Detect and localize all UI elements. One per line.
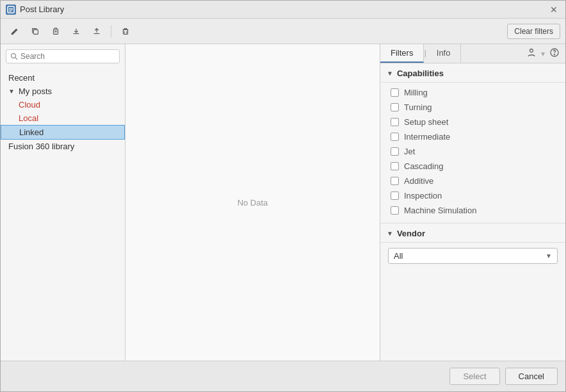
recent-label: Recent [8,73,35,83]
my-posts-label: My posts [19,86,52,96]
cascading-label: Cascading [404,161,443,171]
capability-setup-sheet[interactable]: Setup sheet [380,115,565,129]
capability-additive[interactable]: Additive [380,174,565,188]
local-label: Local [19,113,38,123]
title-bar-left: Post Library [6,4,64,15]
capabilities-label: Capabilities [397,69,444,78]
toolbar: Clear filters [1,19,565,44]
toolbar-separator [111,25,111,38]
cancel-button[interactable]: Cancel [505,368,558,385]
checkbox-additive[interactable] [391,177,399,185]
svg-rect-4 [33,29,38,34]
main-content: Recent ▼ My posts Cloud Local Linked [1,44,565,361]
capability-inspection[interactable]: Inspection [380,188,565,203]
checkbox-setup-sheet[interactable] [391,118,399,126]
search-input[interactable] [20,52,115,61]
right-panel: Filters | Info ▾ [380,44,565,361]
vendor-section-header: ▼ Vendor [380,224,565,243]
jet-label: Jet [404,147,415,156]
checkbox-machine-simulation[interactable] [391,206,399,215]
no-data-label: No Data [238,198,268,208]
expand-arrow: ▼ [8,88,16,95]
copy-button[interactable] [26,22,44,40]
additive-label: Additive [404,176,433,186]
svg-line-12 [15,58,17,60]
paste-button[interactable] [47,22,65,40]
capability-list: Milling Turning Setup sheet [380,83,565,220]
svg-rect-1 [9,8,13,9]
turning-label: Turning [404,102,432,112]
edit-button[interactable] [6,22,24,40]
svg-rect-3 [9,11,12,12]
help-button[interactable] [547,45,562,61]
checkbox-inspection[interactable] [391,192,399,200]
svg-rect-2 [9,10,13,10]
vendor-section: ▼ Vendor All ▼ [380,223,565,264]
svg-point-11 [12,54,16,58]
tree-area: Recent ▼ My posts Cloud Local Linked [1,69,125,361]
capability-turning[interactable]: Turning [380,100,565,115]
tab-filters[interactable]: Filters [380,44,424,63]
panel-tabs: Filters | Info [380,44,524,63]
sidebar-item-recent[interactable]: Recent [1,71,125,85]
intermediate-label: Intermediate [404,132,450,142]
app-icon [6,4,16,15]
capability-milling[interactable]: Milling [380,85,565,100]
bottom-bar: Select Cancel [1,361,565,391]
checkbox-milling[interactable] [391,88,399,97]
vendor-label: Vendor [397,229,425,238]
checkbox-jet[interactable] [391,147,399,156]
sidebar-item-fusion-library[interactable]: Fusion 360 library [1,140,125,153]
capabilities-arrow: ▼ [387,70,393,77]
linked-label: Linked [19,127,44,137]
capability-machine-simulation[interactable]: Machine Simulation [380,203,565,218]
vendor-dropdown-arrow: ▼ [546,252,552,259]
dialog-title: Post Library [20,4,64,14]
tab-info[interactable]: Info [426,44,462,63]
account-help-button[interactable] [524,45,538,61]
sidebar: Recent ▼ My posts Cloud Local Linked [1,44,125,361]
import-button[interactable] [67,22,85,40]
checkbox-cascading[interactable] [391,162,399,170]
delete-button[interactable] [117,22,134,40]
setup-sheet-label: Setup sheet [404,117,448,127]
capability-jet[interactable]: Jet [380,144,565,159]
close-button[interactable]: ✕ [547,3,560,16]
sidebar-item-my-posts[interactable]: ▼ My posts [1,85,125,98]
title-bar: Post Library ✕ [1,1,565,19]
sidebar-item-cloud[interactable]: Cloud [1,98,125,111]
machine-simulation-label: Machine Simulation [404,206,476,215]
vendor-arrow: ▼ [387,230,393,237]
capability-intermediate[interactable]: Intermediate [380,129,565,144]
vendor-dropdown-value: All [394,251,403,261]
export-button[interactable] [88,22,106,40]
clear-filters-button[interactable]: Clear filters [507,24,560,39]
vendor-dropdown[interactable]: All ▼ [388,248,558,264]
select-button[interactable]: Select [449,368,499,385]
sidebar-item-local[interactable]: Local [1,111,125,125]
center-content-area: No Data [125,44,380,361]
checkbox-intermediate[interactable] [391,133,399,141]
capabilities-section-header: ▼ Capabilities [380,63,565,83]
svg-point-15 [554,54,555,55]
capability-cascading[interactable]: Cascading [380,159,565,174]
post-library-dialog: Post Library ✕ [0,0,566,392]
panel-content: ▼ Capabilities Milling Turning [380,63,565,361]
inspection-label: Inspection [404,191,442,200]
svg-rect-8 [124,29,128,34]
fusion-library-label: Fusion 360 library [8,142,74,151]
sidebar-item-linked[interactable]: Linked [1,125,125,140]
milling-label: Milling [404,88,428,97]
search-box[interactable] [6,49,120,63]
svg-point-13 [530,49,533,53]
cloud-label: Cloud [19,100,40,110]
checkbox-turning[interactable] [391,103,399,111]
